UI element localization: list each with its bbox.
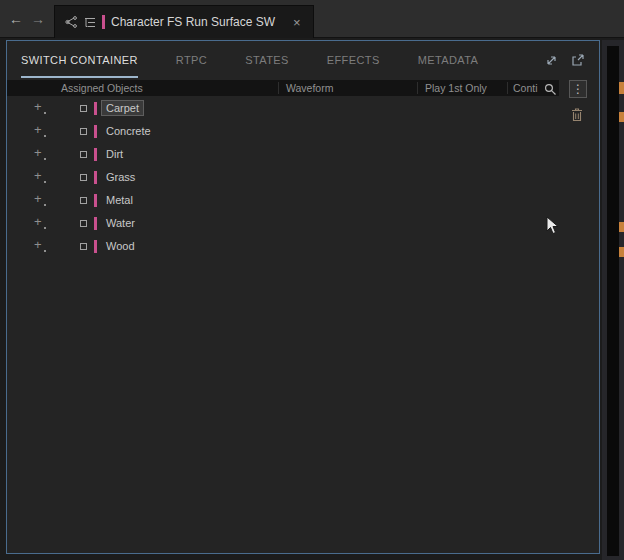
document-tab[interactable]: Character FS Run Surface SW × [54,5,314,38]
column-assigned-objects[interactable]: Assigned Objects [61,82,143,94]
table-row[interactable]: + Concrete [7,120,559,143]
popout-panel-icon[interactable] [570,53,585,72]
object-name[interactable]: Wood [102,239,139,253]
adjacent-panel-peek [602,40,624,560]
object-color-chip [94,171,97,184]
tab-close-button[interactable]: × [291,16,303,29]
object-name[interactable]: Dirt [102,147,127,161]
peek-marker [619,247,624,257]
column-divider [507,82,508,94]
object-name[interactable]: Water [102,216,139,230]
object-name[interactable]: Metal [102,193,137,207]
object-color-chip [94,217,97,230]
column-waveform[interactable]: Waveform [286,82,333,94]
tab-metadata[interactable]: METADATA [418,41,479,78]
table-row[interactable]: + Metal [7,189,559,212]
peek-marker [619,222,624,232]
tab-effects[interactable]: EFFECTS [327,41,380,78]
column-continuous[interactable]: Conti [513,82,547,94]
column-divider [278,82,279,94]
tab-states[interactable]: STATES [245,41,289,78]
object-square-icon [80,243,87,250]
column-play-1st-only[interactable]: Play 1st Only [425,82,487,94]
column-divider [417,82,418,94]
switch-container-icon [65,15,78,29]
tab-rtpc[interactable]: RTPC [176,41,207,78]
object-square-icon [80,197,87,204]
document-tab-bar: ← → Character FS Run Surface SW × [0,0,624,38]
assigned-objects-list: + Carpet + Concrete + Dirt + Grass + [7,97,559,258]
expand-panel-icon[interactable] [544,53,559,72]
object-name[interactable]: Carpet [102,101,143,115]
add-icon[interactable]: + [34,123,42,137]
object-square-icon [80,105,87,112]
table-row[interactable]: + Water [7,212,559,235]
object-color-chip [94,194,97,207]
tab-title: Character FS Run Surface SW [111,15,275,29]
object-color-chip [102,15,105,29]
object-name[interactable]: Concrete [102,124,155,138]
tab-switch-container[interactable]: SWITCH CONTAINER [21,41,138,78]
object-square-icon [80,174,87,181]
table-row[interactable]: + Dirt [7,143,559,166]
object-name[interactable]: Grass [102,170,139,184]
options-menu-button[interactable]: ⋮ [569,80,587,98]
object-color-chip [94,148,97,161]
object-square-icon [80,151,87,158]
add-icon[interactable]: + [34,100,42,114]
add-icon[interactable]: + [34,238,42,252]
peek-marker [619,112,624,122]
delete-icon[interactable] [570,107,584,126]
table-row[interactable]: + Grass [7,166,559,189]
add-icon[interactable]: + [34,169,42,183]
add-icon[interactable]: + [34,215,42,229]
editor-tabs: SWITCH CONTAINER RTPC STATES EFFECTS MET… [7,41,599,78]
wwise-editor-window: { "titlebar": { "back_label": "←", "forw… [0,0,624,560]
add-icon[interactable]: + [34,192,42,206]
switch-container-panel: SWITCH CONTAINER RTPC STATES EFFECTS MET… [6,40,600,554]
object-color-chip [94,102,97,115]
hierarchy-icon [84,16,96,29]
adjacent-panel-column [607,46,619,556]
table-row[interactable]: + Wood [7,235,559,258]
object-square-icon [80,220,87,227]
object-color-chip [94,125,97,138]
table-row[interactable]: + Carpet [7,97,559,120]
object-square-icon [80,128,87,135]
object-color-chip [94,240,97,253]
peek-marker [619,82,624,94]
forward-button[interactable]: → [28,9,48,29]
add-icon[interactable]: + [34,146,42,160]
table-header: Assigned Objects Waveform Play 1st Only … [7,80,559,96]
back-button[interactable]: ← [6,9,26,29]
